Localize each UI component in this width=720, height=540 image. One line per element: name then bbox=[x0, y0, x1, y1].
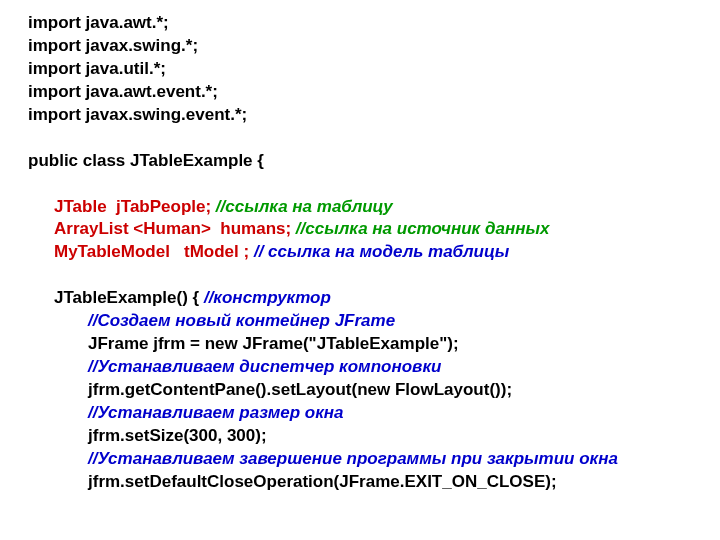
code-field: JTable jTabPeople; bbox=[54, 197, 211, 216]
code-field: humans; bbox=[211, 219, 291, 238]
code-line: import java.awt.event.*; bbox=[28, 82, 218, 101]
code-field: ArrayList <Human> bbox=[54, 219, 211, 238]
code-comment: //Устанавливаем размер окна bbox=[88, 403, 344, 422]
code-line: jfrm.setDefaultCloseOperation(JFrame.EXI… bbox=[88, 472, 557, 491]
code-line: import javax.swing.event.*; bbox=[28, 105, 247, 124]
code-line: import javax.swing.*; bbox=[28, 36, 198, 55]
code-comment: //ссылка на таблицу bbox=[211, 197, 393, 216]
code-comment: //ссылка на источник данных bbox=[291, 219, 549, 238]
code-line: import java.awt.*; bbox=[28, 13, 169, 32]
code-field: MyTableModel tModel ; bbox=[54, 242, 249, 261]
code-comment: //конструктор bbox=[199, 288, 331, 307]
code-line: JTableExample() { bbox=[54, 288, 199, 307]
code-comment: //Устанавливаем диспетчер компоновки bbox=[88, 357, 441, 376]
code-line: jfrm.setSize(300, 300); bbox=[88, 426, 267, 445]
code-comment: // ссылка на модель таблицы bbox=[249, 242, 509, 261]
code-line: import java.util.*; bbox=[28, 59, 166, 78]
code-line: public class JTableExample { bbox=[28, 151, 264, 170]
code-comment: //Создаем новый контейнер JFrame bbox=[88, 311, 395, 330]
code-line: JFrame jfrm = new JFrame("JTableExample"… bbox=[88, 334, 459, 353]
code-line: jfrm.getContentPane().setLayout(new Flow… bbox=[88, 380, 512, 399]
code-block: import java.awt.*; import javax.swing.*;… bbox=[0, 0, 720, 494]
blank-line bbox=[28, 174, 33, 193]
blank-line bbox=[28, 128, 33, 147]
code-comment: //Устанавливаем завершение программы при… bbox=[88, 449, 618, 468]
blank-line bbox=[28, 265, 33, 284]
